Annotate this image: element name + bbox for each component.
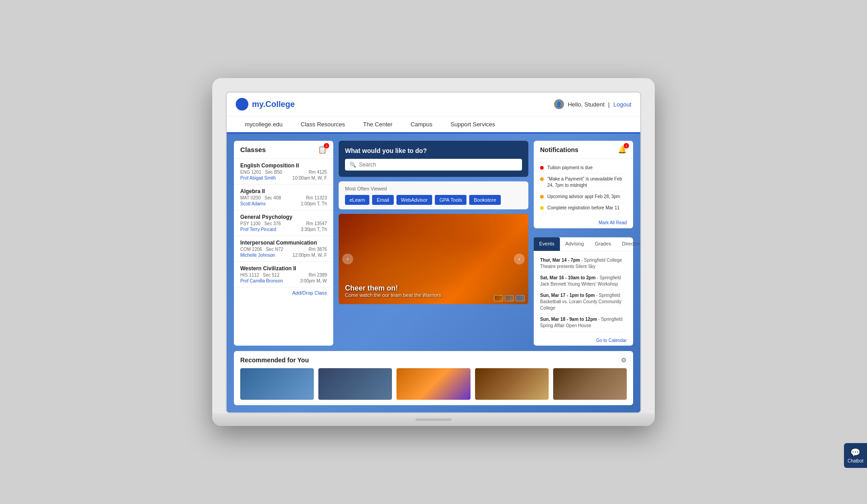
- tab-grades[interactable]: Grades: [589, 237, 616, 251]
- class-time-4: 12:00pm M, W, F: [293, 253, 327, 258]
- content-grid: Classes 📋 2 English Composition II ENG 1…: [234, 141, 633, 346]
- quick-link-email[interactable]: Email: [372, 195, 394, 205]
- notif-item-1: Tuition payment is due: [540, 162, 627, 174]
- event-item-1: Thur, Mar 14 - 7pm - Springfield College…: [540, 255, 627, 273]
- event-date-1: Thur, Mar 14 - 7pm: [540, 258, 580, 263]
- class-name-5: Western Civilization II: [240, 265, 327, 272]
- classes-badge: 2: [324, 143, 329, 148]
- recommended-title: Recommended for You: [240, 356, 309, 364]
- banner-dot-3[interactable]: [516, 295, 525, 301]
- banner-dot-2[interactable]: [505, 295, 514, 301]
- logo-prefix: my.: [252, 100, 266, 109]
- class-item-1: English Composition II ENG 1201 Sec B50 …: [234, 159, 333, 185]
- class-item-5: Western Civilization II HIS 1112 Sec 512…: [234, 262, 333, 287]
- logo-icon: [236, 98, 248, 111]
- recommended-images: [240, 368, 627, 400]
- notif-text-4: Complete registration before Mar 11: [547, 205, 620, 211]
- quick-link-webadvisor[interactable]: WebAdvisor: [396, 195, 432, 205]
- events-list: Thur, Mar 14 - 7pm - Springfield College…: [534, 251, 633, 335]
- classes-title: Classes: [240, 146, 266, 153]
- class-instructor-link-5[interactable]: Prof Camilla Bronson: [240, 278, 283, 283]
- class-name-2: Algebra II: [240, 188, 327, 194]
- logout-link[interactable]: Logout: [613, 101, 631, 108]
- main-nav: mycollege.edu Class Resources The Center…: [227, 116, 640, 134]
- search-input[interactable]: [359, 162, 517, 168]
- recommended-panel: Recommended for You ⚙: [234, 351, 633, 405]
- nav-item-the-center[interactable]: The Center: [354, 116, 401, 132]
- class-name-1: English Composition II: [240, 162, 327, 169]
- nav-item-class-resources[interactable]: Class Resources: [292, 116, 354, 132]
- class-item-3: General Psychology PSY 1100 Sec 376 Rm 1…: [234, 210, 333, 236]
- quick-links: eLearn Email WebAdvisor GPA Tools Bookst…: [345, 195, 522, 205]
- event-date-4: Sun, Mar 18 - 9am to 12pm: [540, 317, 597, 322]
- rec-image-1: [240, 368, 314, 400]
- tab-advising[interactable]: Advising: [560, 237, 590, 251]
- notif-dot-1: [540, 166, 544, 170]
- class-row2-4: Michelle Johnson 12:00pm M, W, F: [240, 253, 327, 258]
- class-instructor-link-1[interactable]: Prof Abigail Smith: [240, 176, 276, 180]
- banner-next-button[interactable]: ›: [514, 254, 525, 264]
- search-icon: 🔍: [350, 162, 356, 168]
- banner: Cheer them on! Come watch the our team b…: [339, 214, 528, 304]
- class-time-2: 1:00pm T, Th: [301, 201, 327, 206]
- banner-prev-button[interactable]: ‹: [342, 254, 353, 264]
- class-item-4: Interpersonal Communication COM 2206 Sec…: [234, 236, 333, 262]
- go-to-calendar-link[interactable]: Go to Calendar: [534, 335, 633, 346]
- mark-all-read-button[interactable]: Mark All Read: [534, 217, 633, 228]
- class-code-2: MAT 0200 Sec 408: [240, 195, 281, 200]
- notifications-list: Tuition payment is due "Make a Payment" …: [534, 159, 633, 217]
- banner-dot-1[interactable]: [494, 295, 503, 301]
- add-drop-link[interactable]: Add/Drop Class: [234, 287, 333, 298]
- class-instructor-link-2[interactable]: Scott Adams: [240, 201, 266, 206]
- class-row2-1: Prof Abigail Smith 10:00am M, W, F: [240, 176, 327, 180]
- class-code-5: HIS 1112 Sec 512: [240, 273, 280, 277]
- notif-item-2: "Make a Payment" is unavailable Feb 24, …: [540, 174, 627, 191]
- events-tabs: Events Advising Grades Directory: [534, 237, 633, 251]
- middle-panel: What would you like to do? 🔍 Most Often …: [339, 141, 528, 346]
- bell-icon[interactable]: 🔔 1: [618, 145, 627, 154]
- event-item-2: Sat, Mar 16 - 10am to 2pm - Springfield …: [540, 273, 627, 290]
- event-item-3: Sun, Mar 17 - 1pm to 5pm - Springfield B…: [540, 290, 627, 314]
- gear-icon[interactable]: ⚙: [621, 356, 627, 364]
- logo-area: my.College: [236, 98, 295, 111]
- class-name-3: General Psychology: [240, 214, 327, 220]
- notif-text-3: Upcoming advisor appt Feb 28, 3pm: [547, 194, 620, 200]
- class-instructor-link-3[interactable]: Prof Terry Pincard: [240, 227, 276, 232]
- tab-events[interactable]: Events: [534, 237, 560, 251]
- user-greeting: Hello, Student: [568, 101, 605, 108]
- class-code-1: ENG 1201 Sec B50: [240, 170, 282, 175]
- notif-dot-2: [540, 177, 544, 181]
- notifications-title: Notifications: [540, 146, 578, 153]
- class-code-4: COM 2206 Sec N72: [240, 247, 283, 252]
- classes-icon[interactable]: 📋 2: [318, 145, 327, 154]
- logo-text: my.College: [252, 100, 295, 109]
- most-viewed-title: Most Often Viewed: [345, 186, 522, 191]
- nav-item-mycollege[interactable]: mycollege.edu: [236, 116, 292, 132]
- separator: |: [608, 101, 610, 108]
- user-avatar-icon: 👤: [554, 99, 564, 109]
- class-details-1: ENG 1201 Sec B50 Rm 4125: [240, 170, 327, 175]
- tab-directory[interactable]: Directory: [616, 237, 641, 251]
- class-instructor-link-4[interactable]: Michelle Johnson: [240, 253, 275, 258]
- quick-link-gpa-tools[interactable]: GPA Tools: [435, 195, 466, 205]
- header: my.College 👤 Hello, Student | Logout: [227, 92, 640, 116]
- event-date-2: Sat, Mar 16 - 10am to 2pm: [540, 275, 596, 280]
- quick-link-bookstore[interactable]: Bookstore: [469, 195, 501, 205]
- class-room-1: Rm 4125: [308, 170, 327, 175]
- notifications-header: Notifications 🔔 1: [534, 141, 633, 159]
- search-bar[interactable]: 🔍: [345, 159, 522, 171]
- nav-item-campus[interactable]: Campus: [401, 116, 441, 132]
- quick-link-elearn[interactable]: eLearn: [345, 195, 369, 205]
- class-row2-5: Prof Camilla Bronson 3:00pm M, W: [240, 278, 327, 283]
- notif-dot-3: [540, 195, 544, 199]
- class-details-4: COM 2206 Sec N72 Rm 3876: [240, 247, 327, 252]
- classes-header: Classes 📋 2: [234, 141, 333, 159]
- events-panel: Events Advising Grades Directory Thur, M…: [534, 237, 633, 346]
- notif-item-4: Complete registration before Mar 11: [540, 203, 627, 214]
- class-time-3: 3:30pm T, Th: [301, 227, 327, 232]
- nav-item-support-services[interactable]: Support Services: [442, 116, 504, 132]
- classes-panel: Classes 📋 2 English Composition II ENG 1…: [234, 141, 333, 346]
- event-date-3: Sun, Mar 17 - 1pm to 5pm: [540, 293, 595, 298]
- banner-dots: [494, 295, 525, 301]
- right-column: Notifications 🔔 1 Tuition payment is due: [534, 141, 633, 346]
